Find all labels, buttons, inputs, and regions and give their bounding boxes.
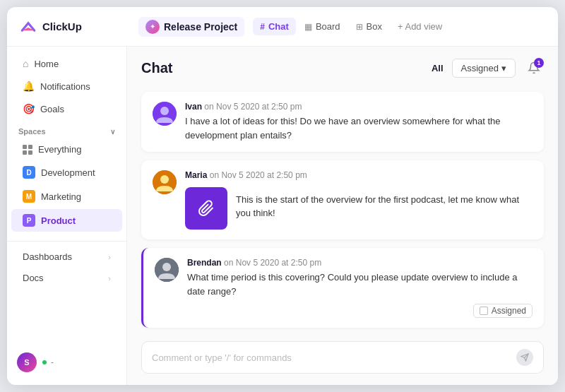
assigned-tag[interactable]: Assigned	[473, 304, 533, 318]
assigned-chevron-icon: ▾	[501, 63, 506, 73]
assigned-checkbox[interactable]	[480, 307, 488, 315]
sidebar-bottom-divider: Dashboards › Docs ›	[7, 241, 126, 289]
ivan-author: Ivan	[185, 102, 202, 112]
sidebar-item-docs[interactable]: Docs ›	[11, 268, 122, 288]
everything-grid-icon	[23, 145, 32, 155]
sidebar-item-notifications[interactable]: 🔔 Notifications	[11, 76, 122, 97]
user-online-indicator	[42, 360, 47, 364]
top-navigation: ✦ Release Project # Chat ▦ Board ⊞ Box +…	[138, 17, 547, 37]
filter-all-button[interactable]: All	[432, 63, 444, 73]
hash-icon: #	[260, 22, 265, 32]
sidebar-item-dashboards[interactable]: Dashboards ›	[11, 247, 122, 267]
clickup-logo-icon	[18, 17, 38, 37]
sidebar-item-everything[interactable]: Everything	[11, 139, 122, 160]
user-status: -	[51, 357, 54, 367]
brendan-avatar-img	[155, 258, 179, 282]
assigned-label-area: Assigned	[187, 304, 533, 318]
sidebar-docs-label: Docs	[23, 273, 44, 283]
brendan-message-text: What time period is this covering? Could…	[187, 271, 533, 298]
attachment-preview[interactable]	[185, 187, 227, 230]
avatar-maria	[153, 170, 177, 194]
project-icon: ✦	[145, 20, 160, 34]
brendan-message-meta: Brendan on Nov 5 2020 at 2:50 pm	[187, 258, 533, 268]
brendan-timestamp: on Nov 5 2020 at 2:50 pm	[224, 258, 321, 268]
sidebar-item-home[interactable]: ⌂ Home	[11, 53, 122, 74]
ivan-timestamp: on Nov 5 2020 at 2:50 pm	[204, 102, 302, 112]
chat-area: Chat All Assigned ▾ 1	[127, 47, 558, 385]
development-space-icon: D	[23, 166, 35, 179]
add-view-button[interactable]: + Add view	[391, 18, 449, 35]
sidebar: ⌂ Home 🔔 Notifications 🎯 Goals Spaces ∨ …	[7, 47, 127, 385]
product-space-icon: P	[23, 214, 35, 227]
box-icon: ⊞	[356, 22, 363, 32]
sidebar-item-marketing[interactable]: M Marketing	[11, 185, 122, 208]
sidebar-development-label: Development	[41, 167, 95, 178]
sidebar-notifications-label: Notifications	[40, 81, 90, 92]
tab-chat[interactable]: # Chat	[253, 18, 296, 35]
user-initials: S	[24, 358, 29, 367]
spaces-label: Spaces	[18, 127, 46, 136]
attachment-icon	[198, 200, 215, 217]
assigned-tag-label: Assigned	[492, 306, 526, 316]
chat-messages-list: Ivan on Nov 5 2020 at 2:50 pm I have a l…	[127, 86, 558, 333]
maria-author: Maria	[185, 170, 207, 180]
send-icon	[521, 353, 529, 362]
chat-title: Chat	[141, 60, 172, 76]
comment-send-button[interactable]	[516, 349, 533, 366]
chat-header-controls: All Assigned ▾ 1	[432, 58, 544, 78]
maria-message-with-attachment: This is the start of the overview for th…	[185, 183, 533, 230]
tab-board[interactable]: ▦ Board	[297, 18, 347, 35]
goals-icon: 🎯	[23, 103, 35, 114]
sidebar-product-label: Product	[41, 215, 76, 226]
tab-box[interactable]: ⊞ Box	[349, 18, 389, 35]
tab-board-label: Board	[316, 21, 340, 32]
svg-point-1	[160, 107, 169, 115]
message-brendan: Brendan on Nov 5 2020 at 2:50 pm What ti…	[141, 248, 544, 328]
chevron-down-icon[interactable]: ∨	[110, 128, 115, 136]
comment-placeholder: Comment or type '/' for commands	[152, 352, 292, 363]
docs-expand-icon: ›	[108, 274, 111, 283]
ivan-message-meta: Ivan on Nov 5 2020 at 2:50 pm	[185, 102, 533, 112]
tab-chat-label: Chat	[268, 21, 289, 32]
avatar-ivan	[153, 102, 177, 126]
maria-message-text: This is the start of the overview for th…	[236, 193, 533, 220]
chat-header: Chat All Assigned ▾ 1	[127, 47, 558, 86]
home-icon: ⌂	[23, 58, 28, 69]
avatar-brendan	[155, 258, 179, 282]
marketing-space-icon: M	[23, 190, 35, 203]
project-badge[interactable]: ✦ Release Project	[138, 17, 244, 37]
maria-message-body: Maria on Nov 5 2020 at 2:50 pm This is t…	[185, 170, 533, 230]
user-profile-area[interactable]: S -	[7, 345, 126, 379]
assigned-filter-button[interactable]: Assigned ▾	[452, 59, 516, 78]
sidebar-item-product[interactable]: P Product	[11, 209, 122, 232]
svg-point-3	[160, 175, 169, 184]
notification-count-badge: 1	[534, 58, 544, 68]
ivan-message-body: Ivan on Nov 5 2020 at 2:50 pm I have a l…	[185, 102, 533, 142]
project-name: Release Project	[164, 21, 237, 32]
notification-bell-button[interactable]: 1	[524, 58, 544, 78]
maria-avatar-img	[153, 170, 177, 194]
sidebar-dashboards-label: Dashboards	[23, 251, 72, 262]
comment-box-wrap: Comment or type '/' for commands	[127, 333, 558, 385]
top-bar: ClickUp ✦ Release Project # Chat ▦ Board…	[7, 7, 558, 47]
sidebar-home-label: Home	[34, 59, 59, 69]
logo-area: ClickUp	[18, 17, 138, 37]
sidebar-item-goals[interactable]: 🎯 Goals	[11, 98, 122, 119]
sidebar-marketing-label: Marketing	[41, 191, 81, 202]
sidebar-goals-label: Goals	[40, 104, 64, 114]
ivan-avatar-img	[153, 102, 177, 126]
app-logo-text: ClickUp	[42, 20, 82, 32]
dashboards-expand-icon: ›	[108, 253, 111, 261]
tab-box-label: Box	[367, 21, 382, 32]
add-view-label: + Add view	[398, 21, 442, 32]
board-icon: ▦	[304, 22, 312, 32]
bell-icon: 🔔	[23, 81, 35, 92]
svg-point-5	[162, 263, 171, 271]
sidebar-item-development[interactable]: D Development	[11, 161, 122, 184]
brendan-message-body: Brendan on Nov 5 2020 at 2:50 pm What ti…	[187, 258, 533, 318]
assigned-filter-label: Assigned	[461, 63, 499, 73]
maria-message-meta: Maria on Nov 5 2020 at 2:50 pm	[185, 170, 533, 180]
comment-box[interactable]: Comment or type '/' for commands	[141, 341, 544, 374]
message-ivan: Ivan on Nov 5 2020 at 2:50 pm I have a l…	[141, 92, 544, 152]
spaces-section-title: Spaces ∨	[7, 120, 126, 138]
